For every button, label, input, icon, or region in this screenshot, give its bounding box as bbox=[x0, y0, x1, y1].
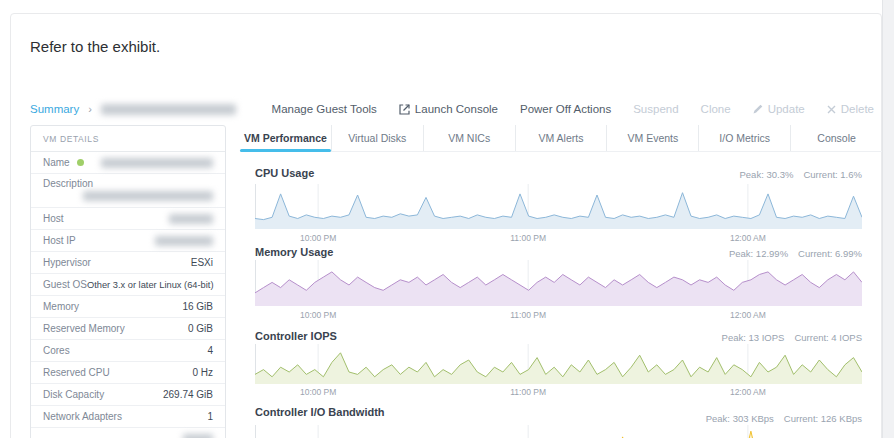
vertical-scrollbar[interactable] bbox=[882, 0, 894, 438]
controller-bandwidth-title: Controller I/O Bandwidth bbox=[255, 406, 385, 418]
row-label: Reserved Memory bbox=[43, 323, 125, 334]
row-label: Reserved CPU bbox=[43, 367, 110, 378]
row-value: 16 GiB bbox=[182, 301, 213, 312]
suspend-button[interactable]: Suspend bbox=[633, 103, 678, 115]
vm-detail-row-hypervisor: HypervisorESXi bbox=[31, 252, 225, 274]
vm-detail-row-name: Name bbox=[31, 152, 225, 174]
cpu-xtick-11pm: 11:00 PM bbox=[503, 233, 553, 243]
cpu-xtick-10pm: 10:00 PM bbox=[293, 233, 343, 243]
delete-button[interactable]: Delete bbox=[827, 103, 874, 115]
launch-console-button[interactable]: Launch Console bbox=[399, 103, 498, 115]
row-value: 1 bbox=[207, 411, 213, 422]
controller-bandwidth-chart bbox=[255, 425, 862, 438]
action-label: Clone bbox=[701, 103, 731, 115]
x-icon bbox=[827, 105, 836, 114]
cpu-xtick-12am: 12:00 AM bbox=[723, 233, 773, 243]
iops-xtick-12am: 12:00 AM bbox=[723, 387, 773, 397]
pencil-icon bbox=[753, 104, 763, 114]
memory-peak-label: Peak: 12.99% bbox=[729, 248, 788, 259]
vm-detail-row-description: Description bbox=[31, 174, 225, 208]
controller-iops-stats: Peak: 13 IOPSCurrent: 4 IOPS bbox=[712, 332, 862, 343]
tab-virtual-disks[interactable]: Virtual Disks bbox=[332, 125, 424, 151]
row-value: 0 Hz bbox=[192, 367, 213, 378]
redacted-value bbox=[155, 236, 213, 246]
iops-peak-label: Peak: 13 IOPS bbox=[722, 332, 785, 343]
memory-xtick-10pm: 10:00 PM bbox=[293, 310, 343, 320]
row-label: Host bbox=[43, 213, 64, 224]
action-label: Power Off Actions bbox=[520, 103, 611, 115]
breadcrumb: Summary › bbox=[30, 101, 236, 117]
action-label: Delete bbox=[841, 103, 874, 115]
breadcrumb-summary-link[interactable]: Summary bbox=[30, 103, 79, 115]
vm-details-panel: VM DETAILS NameDescriptionHostHost IPHyp… bbox=[30, 125, 226, 438]
launch-icon bbox=[399, 104, 410, 115]
tab-vm-nics[interactable]: VM NICs bbox=[424, 125, 516, 151]
tab-vm-alerts[interactable]: VM Alerts bbox=[516, 125, 608, 151]
vm-detail-row-network-adapters: Network Adapters1 bbox=[31, 406, 225, 428]
tab-vm-performance[interactable]: VM Performance bbox=[240, 125, 332, 151]
tab-console[interactable]: Console bbox=[791, 125, 882, 151]
power-off-actions-button[interactable]: Power Off Actions bbox=[520, 103, 611, 115]
vm-detail-row-cores: Cores4 bbox=[31, 340, 225, 362]
action-label: Manage Guest Tools bbox=[272, 103, 377, 115]
bandwidth-peak-label: Peak: 303 KBps bbox=[706, 413, 774, 424]
update-button[interactable]: Update bbox=[753, 103, 805, 115]
row-label: Hypervisor bbox=[43, 257, 91, 268]
action-label: Suspend bbox=[633, 103, 678, 115]
cpu-usage-stats: Peak: 30.3%Current: 1.6% bbox=[730, 169, 863, 180]
row-label: Host IP bbox=[43, 235, 76, 246]
row-value: ESXi bbox=[191, 257, 213, 268]
redacted-value bbox=[101, 158, 213, 168]
action-label: Launch Console bbox=[415, 103, 498, 115]
chart-canvas bbox=[255, 260, 862, 306]
power-status-dot-icon bbox=[77, 159, 84, 166]
controller-iops-title: Controller IOPS bbox=[255, 330, 337, 342]
controller-bandwidth-stats: Peak: 303 KBpsCurrent: 126 KBps bbox=[696, 413, 862, 424]
row-label: Guest OS bbox=[43, 279, 87, 290]
row-label: Disk Capacity bbox=[43, 389, 104, 400]
row-value: 0 GiB bbox=[188, 323, 213, 334]
bandwidth-current-label: Current: 126 KBps bbox=[784, 413, 862, 424]
cpu-usage-title: CPU Usage bbox=[255, 167, 314, 179]
vm-detail-row-host-ip: Host IP bbox=[31, 230, 225, 252]
vm-summary-page: Refer to the exhibit. Summary › Manage G… bbox=[0, 0, 894, 438]
exhibit-instruction: Refer to the exhibit. bbox=[30, 38, 160, 55]
row-label: Memory bbox=[43, 301, 79, 312]
row-value: Other 3.x or later Linux (64-bit) bbox=[87, 280, 214, 290]
chevron-right-icon: › bbox=[88, 103, 92, 115]
vm-details-title: VM DETAILS bbox=[31, 126, 225, 152]
cpu-peak-label: Peak: 30.3% bbox=[740, 169, 794, 180]
memory-usage-chart bbox=[255, 260, 862, 306]
controller-iops-chart bbox=[255, 344, 862, 384]
vm-detail-row-host: Host bbox=[31, 208, 225, 230]
row-label: Cores bbox=[43, 345, 70, 356]
tab-i-o-metrics[interactable]: I/O Metrics bbox=[699, 125, 791, 151]
redacted-value bbox=[83, 191, 213, 201]
cpu-usage-chart bbox=[255, 184, 862, 229]
clone-button[interactable]: Clone bbox=[701, 103, 731, 115]
redacted-value bbox=[183, 434, 213, 438]
vm-detail-row-memory: Memory16 GiB bbox=[31, 296, 225, 318]
memory-usage-stats: Peak: 12.99%Current: 6.99% bbox=[719, 248, 862, 259]
row-value: 269.74 GiB bbox=[163, 389, 213, 400]
row-label: Network Adapters bbox=[43, 411, 122, 422]
row-label: Name bbox=[43, 157, 70, 168]
memory-xtick-12am: 12:00 AM bbox=[723, 310, 773, 320]
manage-guest-tools-button[interactable]: Manage Guest Tools bbox=[272, 103, 377, 115]
memory-usage-title: Memory Usage bbox=[255, 246, 333, 258]
cpu-current-label: Current: 1.6% bbox=[803, 169, 862, 180]
vm-details-rows: NameDescriptionHostHost IPHypervisorESXi… bbox=[31, 152, 225, 438]
iops-current-label: Current: 4 IOPS bbox=[794, 332, 862, 343]
vm-detail-row-disk-capacity: Disk Capacity269.74 GiB bbox=[31, 384, 225, 406]
chart-canvas bbox=[255, 184, 862, 229]
vm-detail-row-reserved-memory: Reserved Memory0 GiB bbox=[31, 318, 225, 340]
vm-name-redacted bbox=[101, 104, 236, 115]
row-value: 4 bbox=[207, 345, 213, 356]
redacted-value bbox=[169, 214, 213, 224]
tab-vm-events[interactable]: VM Events bbox=[607, 125, 699, 151]
vm-action-bar: Manage Guest ToolsLaunch ConsolePower Of… bbox=[272, 101, 874, 117]
chart-canvas bbox=[255, 425, 862, 438]
vm-detail-row bbox=[31, 428, 225, 438]
memory-current-label: Current: 6.99% bbox=[798, 248, 862, 259]
iops-xtick-10pm: 10:00 PM bbox=[293, 387, 343, 397]
